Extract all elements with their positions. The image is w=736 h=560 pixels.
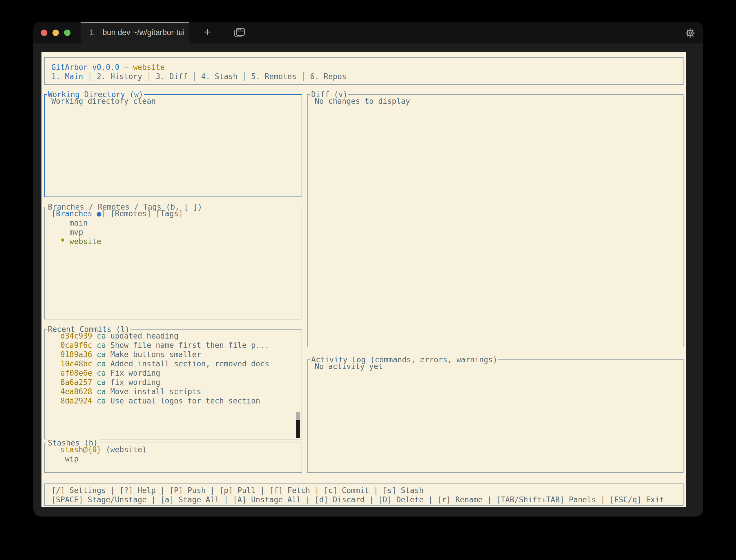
text-segment: No activity yet	[314, 362, 383, 371]
text-segment: 8da2924	[60, 397, 92, 405]
text-segment: Fix wording	[106, 369, 160, 377]
commits-scrollbar-track[interactable]	[296, 412, 300, 420]
stash-message: wip	[51, 454, 301, 463]
commit-row[interactable]: 8da2924 ca Use actual logos for tech sec…	[51, 396, 301, 406]
text-segment: 6. Repos	[310, 72, 346, 81]
close-button[interactable]	[41, 30, 47, 36]
branch-item-current[interactable]: * website	[51, 237, 301, 246]
commit-row[interactable]: 9189a36 ca Make buttons smaller	[51, 350, 301, 359]
help-row-1: [/] Settings | [?] Help | [P] Push | [p]…	[51, 486, 683, 495]
text-segment: 8a6a257	[60, 378, 92, 387]
diff-empty-status: No changes to display	[314, 97, 683, 106]
text-segment: af08e6e	[60, 369, 92, 377]
keybindings-help-bar: [/] Settings | [?] Help | [P] Push | [p]…	[44, 483, 684, 506]
text-segment: ca	[97, 359, 106, 368]
activity-empty-status: No activity yet	[314, 362, 683, 371]
text-segment	[51, 359, 60, 368]
text-segment: ca	[97, 378, 106, 387]
working-directory-status: Working directory clean	[51, 97, 301, 106]
window-panes-icon-svg	[233, 27, 246, 39]
text-segment	[51, 369, 60, 377]
text-segment	[51, 332, 60, 340]
branch-tab-switcher[interactable]: [Branches ●] [Remotes] [Tags]	[51, 209, 301, 218]
text-segment: 4. Stash	[201, 72, 237, 81]
new-tab-button[interactable]: +	[201, 22, 214, 43]
text-segment: [SPACE] Stage/Unstage | [a] Stage All | …	[51, 495, 664, 504]
commits-scrollbar-thumb[interactable]	[296, 420, 300, 438]
commit-row[interactable]: 10c48bc ca Added install section, remove…	[51, 359, 301, 368]
tab-bar: 1 bun dev ~/w/gitarbor-tui +	[33, 22, 703, 43]
text-segment: * website	[51, 237, 101, 246]
text-segment: ca	[97, 369, 106, 377]
text-segment	[92, 350, 97, 359]
text-segment: fix wording	[106, 378, 160, 387]
text-segment	[92, 332, 97, 340]
text-segment: main	[51, 219, 88, 227]
recent-commits-panel[interactable]: Recent Commits (l) d34c939 ca updated he…	[44, 329, 302, 439]
text-segment	[92, 341, 97, 350]
text-segment: Make buttons smaller	[106, 350, 201, 359]
diff-panel[interactable]: Diff (v) No changes to display	[307, 94, 684, 347]
text-segment: ca	[97, 397, 106, 405]
activity-log-panel[interactable]: Activity Log (commands, errors, warnings…	[307, 359, 684, 473]
text-segment: Move install scripts	[106, 387, 201, 396]
branches-panel[interactable]: Branches / Remotes / Tags (b, [ ]) [Bran…	[44, 207, 302, 319]
text-segment	[51, 397, 60, 405]
commit-row[interactable]: af08e6e ca Fix wording	[51, 368, 301, 378]
settings-gear-icon[interactable]	[684, 27, 697, 39]
text-segment: │	[296, 72, 310, 81]
terminal-tab[interactable]: 1 bun dev ~/w/gitarbor-tui	[81, 22, 189, 43]
text-segment	[92, 387, 97, 396]
text-segment: [/] Settings | [?] Help | [P] Push | [p]…	[51, 486, 424, 495]
text-segment: 3. Diff	[156, 72, 188, 81]
text-segment	[51, 445, 60, 454]
text-segment: d34c939	[60, 332, 92, 340]
branch-item[interactable]: main	[51, 218, 301, 228]
working-directory-panel[interactable]: Working Directory (w) Working directory …	[44, 94, 302, 197]
text-segment: Working directory clean	[51, 97, 156, 106]
text-segment: [Remotes] [Tags]	[106, 209, 183, 218]
text-segment: 0ca9f6c	[60, 341, 92, 350]
minimize-button[interactable]	[52, 30, 59, 36]
text-segment: │	[237, 72, 251, 81]
text-segment: ca	[97, 332, 106, 340]
text-segment: (website)	[101, 445, 147, 454]
text-segment: No changes to display	[314, 97, 410, 106]
window-panes-icon[interactable]	[233, 27, 246, 39]
text-segment: │	[188, 72, 201, 81]
desktop: 1 bun dev ~/w/gitarbor-tui +	[0, 0, 736, 560]
stash-item[interactable]: stash@{0} (website)	[51, 445, 301, 454]
zoom-button[interactable]	[64, 30, 70, 36]
terminal-content: GitArbor v0.0.0 — website1. Main │ 2. Hi…	[41, 52, 686, 507]
tab-number: 1	[89, 22, 94, 43]
text-segment	[92, 369, 97, 377]
text-segment: ca	[97, 387, 106, 396]
tab-title: bun dev ~/w/gitarbor-tui	[101, 22, 186, 43]
text-segment	[51, 341, 60, 350]
text-segment: 5. Remotes	[251, 72, 297, 81]
branch-item[interactable]: mvp	[51, 228, 301, 237]
text-segment	[51, 378, 60, 387]
commit-row[interactable]: 4ea8628 ca Move install scripts	[51, 387, 301, 396]
text-segment: updated heading	[106, 332, 178, 340]
text-segment: wip	[51, 454, 79, 463]
text-segment: 4ea8628	[60, 387, 92, 396]
commit-row[interactable]: d34c939 ca updated heading	[51, 331, 301, 341]
text-segment: GitArbor v0.0.0	[51, 63, 119, 72]
terminal-window: 1 bun dev ~/w/gitarbor-tui +	[33, 22, 703, 517]
commit-row[interactable]: 0ca9f6c ca Show file name first then fil…	[51, 341, 301, 350]
text-segment: 2. History	[97, 72, 142, 81]
view-menu-bar[interactable]: 1. Main │ 2. History │ 3. Diff │ 4. Stas…	[51, 72, 683, 81]
stashes-panel[interactable]: Stashes (h) stash@{0} (website) wip	[44, 443, 302, 473]
text-segment: website	[133, 63, 165, 72]
gear-icon-svg	[684, 27, 697, 39]
text-segment: │	[83, 72, 97, 81]
text-segment: 1. Main	[51, 72, 83, 81]
text-segment	[92, 397, 97, 405]
text-segment: stash@{0}	[60, 445, 101, 454]
commit-row[interactable]: 8a6a257 ca fix wording	[51, 378, 301, 387]
text-segment: ca	[97, 350, 106, 359]
text-segment: mvp	[51, 228, 83, 237]
text-segment	[51, 387, 60, 396]
text-segment: [Branches ●]	[51, 209, 106, 218]
